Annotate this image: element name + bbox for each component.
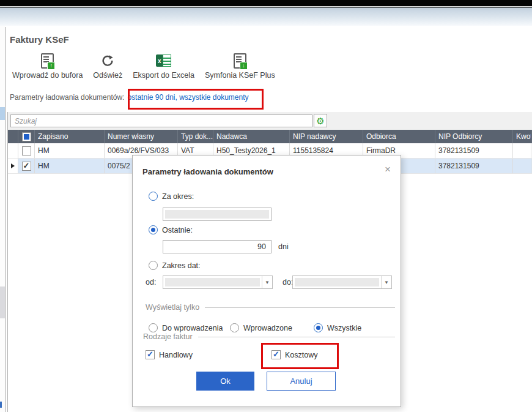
wszystkie-option[interactable]: Wszystkie: [314, 323, 361, 332]
date-to-combobox[interactable]: ▼: [292, 275, 392, 289]
load-params-label: Parametry ładowania dokumentów:: [10, 93, 124, 102]
column-header-5[interactable]: NIP nadawcy: [290, 130, 363, 143]
side-panel-thumb[interactable]: [0, 287, 5, 318]
date-from-value: [165, 278, 260, 287]
do-wprowadzenia-radio[interactable]: [149, 323, 158, 332]
za-okres-label: Za okres:: [162, 192, 194, 201]
load-params-link[interactable]: ostatnie 90 dni, wszystkie dokumenty: [127, 93, 248, 102]
display-only-group-label: Wyświetlaj tylko: [146, 303, 199, 312]
kosztowy-label: Kosztowy: [285, 351, 318, 359]
handlowy-option[interactable]: Handlowy: [146, 350, 193, 359]
zakres-dat-label: Zakres dat:: [162, 261, 201, 270]
page-title: Faktury KSeF: [10, 34, 69, 45]
column-header-4[interactable]: Nadawca: [213, 130, 290, 143]
app-window: Faktury KSeF ↑ Wprowadź do bufora Odświe…: [0, 0, 532, 412]
load-params-dialog: Parametry ładowania dokumentów × Za okre…: [132, 155, 401, 407]
toolbar-button-label: Wprowadź do bufora: [12, 71, 83, 80]
ostatnie-unit-label: dni: [278, 242, 289, 251]
search-settings-button[interactable]: ⚙: [314, 114, 327, 127]
do-wprowadzenia-label: Do wprowadzenia: [162, 324, 223, 332]
gear-icon: ⚙: [316, 116, 324, 125]
select-all-cell: [18, 130, 35, 143]
select-all-checkbox[interactable]: [22, 132, 31, 141]
display-only-group: Wyświetlaj tylko: [146, 303, 395, 312]
table-cell: [513, 143, 531, 158]
symfonia-ksef-plus-button[interactable]: ↓ Symfonia KSeF Plus: [202, 51, 278, 81]
load-params-line: Parametry ładowania dokumentów: ostatnie…: [10, 93, 249, 102]
group-divider: [205, 307, 395, 308]
date-to-label: do:: [283, 278, 293, 287]
chevron-down-icon[interactable]: ▼: [262, 276, 272, 288]
kosztowy-checkbox[interactable]: [272, 350, 281, 359]
zakres-dat-radio[interactable]: [149, 261, 158, 270]
row-checkbox-cell: [18, 159, 35, 173]
ostatnie-days-input[interactable]: [163, 240, 272, 253]
close-icon[interactable]: ×: [385, 164, 391, 174]
row-checkbox[interactable]: [22, 162, 31, 171]
row-checkbox[interactable]: [22, 146, 31, 155]
toolbar-button-label: Odśwież: [93, 71, 122, 80]
current-row-marker-icon: [11, 163, 15, 168]
date-from-combobox[interactable]: ▼: [163, 275, 273, 289]
toolbar: ↑ Wprowadź do bufora Odśwież x Eksport d…: [10, 51, 278, 81]
import-to-buffer-button[interactable]: ↑ Wprowadź do bufora: [10, 51, 85, 81]
window-title-bar: [0, 8, 532, 26]
column-header-8[interactable]: Kwota: [513, 130, 531, 143]
document-upload-icon: ↑: [39, 53, 56, 69]
filter-bar: ⚙: [8, 112, 532, 130]
invoice-types-group-label: Rodzaje faktur: [143, 332, 193, 341]
ok-button[interactable]: Ok: [196, 372, 254, 391]
side-panel-marker: [0, 402, 2, 408]
column-header-2[interactable]: Numer własny: [105, 130, 178, 143]
toolbar-button-label: Symfonia KSeF Plus: [205, 71, 275, 80]
excel-icon: x: [155, 53, 172, 69]
refresh-button[interactable]: Odśwież: [91, 51, 125, 81]
table-cell: HM: [35, 159, 105, 173]
chevron-down-icon[interactable]: ▼: [381, 276, 391, 288]
table-cell: [513, 159, 531, 173]
za-okres-radio[interactable]: [149, 192, 158, 201]
column-header-7[interactable]: NIP Odbiorcy: [435, 130, 513, 143]
side-panel-border: [5, 27, 6, 412]
wszystkie-radio[interactable]: [314, 323, 323, 332]
group-divider: [198, 337, 395, 337]
column-header-6[interactable]: Odbiorca: [363, 130, 435, 143]
top-black-bar: [0, 0, 532, 6]
side-panel-highlight: [0, 107, 5, 120]
wszystkie-label: Wszystkie: [327, 324, 361, 332]
refresh-icon: [99, 53, 116, 69]
wprowadzone-option[interactable]: Wprowadzone: [230, 323, 292, 332]
ostatnie-label: Ostatnie:: [162, 226, 193, 234]
row-selector-cell: [8, 159, 18, 173]
column-header-3[interactable]: Typ dok...: [178, 130, 213, 143]
date-from-label: od:: [146, 278, 156, 287]
dialog-title: Parametry ładowania dokumentów: [142, 167, 273, 176]
do-wprowadzenia-option[interactable]: Do wprowadzenia: [149, 323, 223, 332]
column-header-1[interactable]: Zapisano: [35, 130, 105, 143]
export-to-excel-button[interactable]: x Eksport do Excela: [130, 51, 197, 81]
table-cell: 3782131509: [435, 143, 513, 158]
document-download-icon: ↓: [231, 53, 248, 69]
row-selector-cell: [8, 143, 18, 158]
kosztowy-option[interactable]: Kosztowy: [272, 350, 318, 359]
ostatnie-radio[interactable]: [149, 225, 158, 234]
row-checkbox-cell: [18, 143, 35, 158]
table-cell: HM: [35, 143, 105, 158]
toolbar-button-label: Eksport do Excela: [133, 71, 194, 80]
collapsed-side-panel[interactable]: [0, 26, 5, 412]
grid-header: ZapisanoNumer własnyTyp dok...NadawcaNIP…: [8, 130, 532, 143]
wprowadzone-radio[interactable]: [230, 323, 239, 332]
handlowy-checkbox[interactable]: [146, 350, 155, 359]
invoice-types-group: Rodzaje faktur: [143, 332, 395, 341]
za-okres-option[interactable]: Za okres:: [149, 192, 194, 201]
handlowy-label: Handlowy: [159, 351, 193, 359]
date-to-value: [295, 278, 379, 287]
header-selector-cell: [8, 130, 18, 143]
za-okres-input: [163, 208, 272, 221]
search-input[interactable]: [10, 114, 312, 127]
ostatnie-option[interactable]: Ostatnie:: [149, 225, 193, 234]
cancel-button[interactable]: Anuluj: [267, 372, 336, 391]
wprowadzone-label: Wprowadzone: [243, 324, 292, 332]
zakres-dat-option[interactable]: Zakres dat:: [149, 261, 201, 270]
table-cell: 3782131509: [435, 159, 513, 173]
